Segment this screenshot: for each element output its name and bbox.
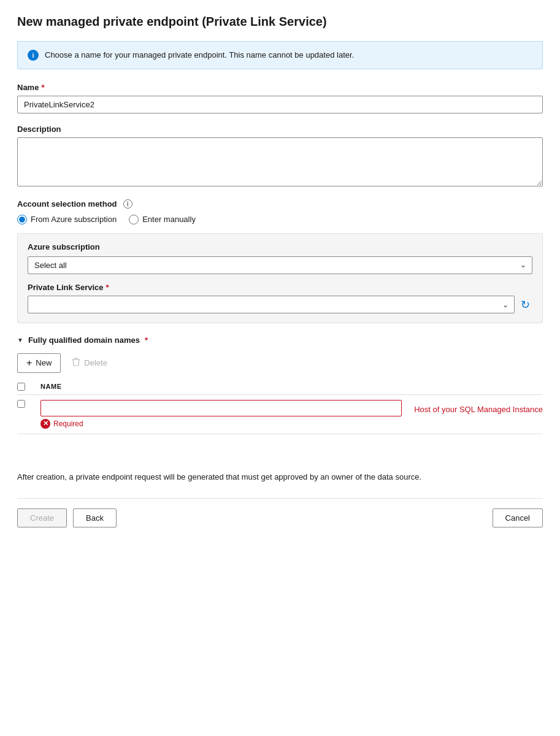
radio-group: From Azure subscription Enter manually: [17, 215, 543, 224]
col-name-header: NAME: [40, 383, 62, 390]
cancel-button[interactable]: Cancel: [493, 508, 543, 527]
private-link-row: ⌄ ↻: [28, 296, 532, 314]
account-selection-info-icon[interactable]: i: [123, 199, 132, 209]
footer-note: After creation, a private endpoint reque…: [17, 471, 543, 484]
radio-enter-manually[interactable]: Enter manually: [129, 215, 196, 224]
plus-icon: +: [26, 358, 32, 369]
name-label: Name *: [17, 83, 543, 92]
required-message: ✕ Required: [40, 419, 402, 429]
description-input[interactable]: [17, 137, 543, 186]
table-row: ✕ Required Host of your SQL Managed Inst…: [17, 395, 543, 434]
fqdn-name-input[interactable]: [40, 400, 402, 416]
new-button[interactable]: + New: [17, 353, 61, 373]
page-title: New managed private endpoint (Private Li…: [17, 15, 543, 29]
header-checkbox-col: [17, 383, 34, 391]
back-button[interactable]: Back: [73, 508, 117, 527]
name-field-group: Name *: [17, 83, 543, 113]
table-header-row: NAME: [17, 383, 543, 395]
trash-icon: [72, 357, 80, 369]
private-link-label: Private Link Service *: [28, 283, 532, 292]
private-link-select-wrapper: ⌄: [28, 296, 515, 313]
host-hint: Host of your SQL Managed Instance: [408, 400, 543, 414]
info-icon: i: [28, 50, 39, 61]
fqdn-header: ▼ Fully qualified domain names *: [17, 335, 543, 345]
fqdn-table: NAME ✕ Required Host of your SQL Managed…: [17, 383, 543, 434]
info-banner-text: Choose a name for your managed private e…: [45, 49, 354, 61]
private-link-required-star: *: [106, 283, 109, 292]
fqdn-required-star: *: [145, 335, 148, 345]
delete-button[interactable]: Delete: [67, 353, 112, 372]
name-required-star: *: [41, 83, 44, 92]
azure-subscription-label: Azure subscription: [28, 242, 532, 251]
refresh-button[interactable]: ↻: [518, 296, 532, 314]
description-label: Description: [17, 125, 543, 134]
fqdn-section: ▼ Fully qualified domain names * + New D…: [17, 335, 543, 434]
private-link-select[interactable]: [28, 296, 515, 313]
name-input-col: ✕ Required: [40, 400, 402, 429]
create-button[interactable]: Create: [17, 508, 67, 527]
fqdn-collapse-icon[interactable]: ▼: [17, 337, 23, 343]
radio-from-azure-input[interactable]: [17, 215, 27, 224]
action-bar-left: Create Back: [17, 508, 117, 527]
account-selection-group: Account selection method i From Azure su…: [17, 199, 543, 323]
error-icon: ✕: [40, 419, 50, 429]
row-checkbox-col: [17, 400, 34, 408]
radio-from-azure[interactable]: From Azure subscription: [17, 215, 117, 224]
description-field-group: Description: [17, 125, 543, 188]
name-input[interactable]: [17, 96, 543, 113]
fqdn-toolbar: + New Delete: [17, 353, 543, 373]
action-bar: Create Back Cancel: [17, 498, 543, 527]
azure-subscription-wrapper: Select all ⌄: [28, 256, 532, 274]
row-checkbox[interactable]: [17, 400, 25, 408]
account-selection-label: Account selection method i: [17, 199, 543, 209]
info-banner: i Choose a name for your managed private…: [17, 41, 543, 69]
azure-panel: Azure subscription Select all ⌄ Private …: [17, 233, 543, 323]
header-checkbox[interactable]: [17, 383, 25, 391]
radio-enter-manually-input[interactable]: [129, 215, 139, 224]
azure-subscription-select[interactable]: Select all: [28, 256, 532, 274]
